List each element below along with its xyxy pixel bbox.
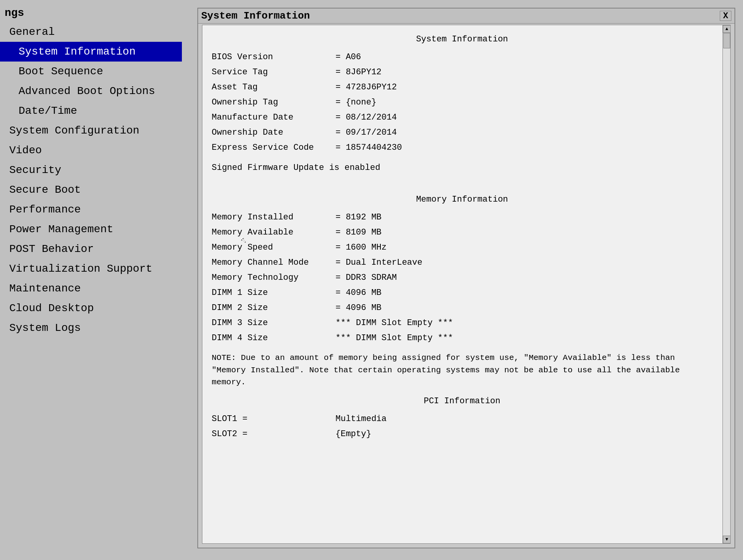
memory-technology-label: Memory Technology	[212, 270, 336, 285]
memory-available-label: Memory Available	[212, 225, 336, 240]
table-row: Memory Installed = 8192 MB	[212, 210, 712, 225]
express-service-code-value: = 18574404230	[336, 140, 712, 155]
slot1-label: SLOT1 =	[212, 411, 336, 426]
table-row: Memory Technology = DDR3 SDRAM	[212, 270, 712, 285]
manufacture-date-label: Manufacture Date	[212, 110, 336, 125]
sidebar-item-video[interactable]: Video	[0, 140, 182, 160]
ownership-date-value: = 09/17/2014	[336, 125, 712, 140]
window-title-bar: System Information X	[198, 9, 734, 24]
memory-info-section-title: Memory Information	[212, 193, 712, 206]
sidebar-item-virtualization-support[interactable]: Virtualization Support	[0, 259, 182, 279]
system-info-panel: System Information X ▲ ▼ System Informat…	[197, 8, 735, 548]
sidebar-item-system-configuration[interactable]: System Configuration	[0, 121, 182, 140]
memory-installed-value: = 8192 MB	[336, 210, 712, 225]
pci-info-section: PCI Information SLOT1 = Multimedia SLOT2…	[212, 395, 712, 442]
scrollbar-down-button[interactable]: ▼	[723, 536, 731, 543]
sidebar-item-maintenance[interactable]: Maintenance	[0, 279, 182, 298]
table-row: Ownership Date = 09/17/2014	[212, 125, 712, 140]
sidebar-item-performance[interactable]: Performance	[0, 200, 182, 219]
sidebar-item-advanced-boot-options[interactable]: Advanced Boot Options	[0, 81, 182, 101]
table-row: Express Service Code = 18574404230	[212, 140, 712, 155]
signed-firmware-text: Signed Firmware Update is enabled	[212, 161, 712, 174]
memory-speed-value: = 1600 MHz	[336, 240, 712, 255]
memory-available-value: = 8109 MB	[336, 225, 712, 240]
table-row: Manufacture Date = 08/12/2014	[212, 110, 712, 125]
table-row: SLOT1 = Multimedia	[212, 411, 712, 426]
sidebar-item-boot-sequence[interactable]: Boot Sequence	[0, 62, 182, 81]
dimm2-size-label: DIMM 2 Size	[212, 300, 336, 315]
sidebar-item-security[interactable]: Security	[0, 160, 182, 180]
window-title: System Information	[201, 10, 310, 22]
sidebar-title: ngs	[0, 4, 182, 22]
dimm2-size-value: = 4096 MB	[336, 300, 712, 315]
bios-screen: ngs General System Information Boot Sequ…	[0, 0, 743, 560]
info-content: System Information BIOS Version = A06 Se…	[202, 25, 722, 543]
memory-speed-label: Memory Speed	[212, 240, 336, 255]
dimm3-size-value: *** DIMM Slot Empty ***	[336, 315, 712, 331]
service-tag-value: = 8J6PY12	[336, 65, 712, 80]
table-row: DIMM 2 Size = 4096 MB	[212, 300, 712, 315]
system-info-table: BIOS Version = A06 Service Tag = 8J6PY12…	[212, 50, 712, 155]
table-row: Memory Speed = 1600 MHz	[212, 240, 712, 255]
pci-info-table: SLOT1 = Multimedia SLOT2 = {Empty}	[212, 411, 712, 442]
dimm1-size-value: = 4096 MB	[336, 285, 712, 300]
pci-info-section-title: PCI Information	[212, 395, 712, 408]
table-row: DIMM 4 Size *** DIMM Slot Empty ***	[212, 331, 712, 346]
memory-channel-mode-label: Memory Channel Mode	[212, 255, 336, 270]
ownership-tag-label: Ownership Tag	[212, 95, 336, 110]
window-close-button[interactable]: X	[720, 11, 731, 21]
sidebar-item-power-management[interactable]: Power Management	[0, 219, 182, 239]
ownership-tag-value: = {none}	[336, 95, 712, 110]
content-area: ▲ ▼ System Information BIOS Version = A0…	[202, 25, 731, 544]
dimm1-size-label: DIMM 1 Size	[212, 285, 336, 300]
table-row: Service Tag = 8J6PY12	[212, 65, 712, 80]
slot2-label: SLOT2 =	[212, 426, 336, 442]
memory-channel-mode-value: = Dual InterLeave	[336, 255, 712, 270]
memory-installed-label: Memory Installed	[212, 210, 336, 225]
table-row: SLOT2 = {Empty}	[212, 426, 712, 442]
sidebar-item-post-behavior[interactable]: POST Behavior	[0, 239, 182, 259]
slot2-value: {Empty}	[336, 426, 712, 442]
table-row: DIMM 1 Size = 4096 MB	[212, 285, 712, 300]
table-row: BIOS Version = A06	[212, 50, 712, 65]
express-service-code-label: Express Service Code	[212, 140, 336, 155]
memory-technology-value: = DDR3 SDRAM	[336, 270, 712, 285]
memory-info-table: Memory Installed = 8192 MB Memory Availa…	[212, 210, 712, 346]
dimm4-size-value: *** DIMM Slot Empty ***	[336, 331, 712, 346]
sidebar-item-cloud-desktop[interactable]: Cloud Desktop	[0, 298, 182, 318]
scrollbar[interactable]: ▲ ▼	[722, 25, 730, 543]
slot1-value: Multimedia	[336, 411, 712, 426]
manufacture-date-value: = 08/12/2014	[336, 110, 712, 125]
scrollbar-thumb[interactable]	[723, 33, 730, 48]
scrollbar-up-button[interactable]: ▲	[723, 25, 731, 33]
memory-note: NOTE: Due to an amount of memory being a…	[212, 352, 712, 389]
sidebar-item-system-logs[interactable]: System Logs	[0, 318, 182, 338]
sidebar-item-general[interactable]: General	[0, 22, 182, 42]
table-row: DIMM 3 Size *** DIMM Slot Empty ***	[212, 315, 712, 331]
table-row: Memory Channel Mode = Dual InterLeave	[212, 255, 712, 270]
dimm3-size-label: DIMM 3 Size	[212, 315, 336, 331]
sidebar-item-secure-boot[interactable]: Secure Boot	[0, 180, 182, 200]
bios-version-value: = A06	[336, 50, 712, 65]
table-row: Asset Tag = 4728J6PY12	[212, 80, 712, 95]
bios-version-label: BIOS Version	[212, 50, 336, 65]
table-row: Ownership Tag = {none}	[212, 95, 712, 110]
bios-background: ngs General System Information Boot Sequ…	[0, 0, 743, 560]
sidebar-item-date-time[interactable]: Date/Time	[0, 101, 182, 121]
sidebar: ngs General System Information Boot Sequ…	[0, 0, 182, 560]
dimm4-size-label: DIMM 4 Size	[212, 331, 336, 346]
ownership-date-label: Ownership Date	[212, 125, 336, 140]
sidebar-item-system-information[interactable]: System Information	[0, 42, 182, 62]
asset-tag-label: Asset Tag	[212, 80, 336, 95]
table-row: Memory Available = 8109 MB	[212, 225, 712, 240]
asset-tag-value: = 4728J6PY12	[336, 80, 712, 95]
system-info-section-title: System Information	[212, 33, 712, 46]
service-tag-label: Service Tag	[212, 65, 336, 80]
scrollbar-track	[723, 33, 731, 536]
